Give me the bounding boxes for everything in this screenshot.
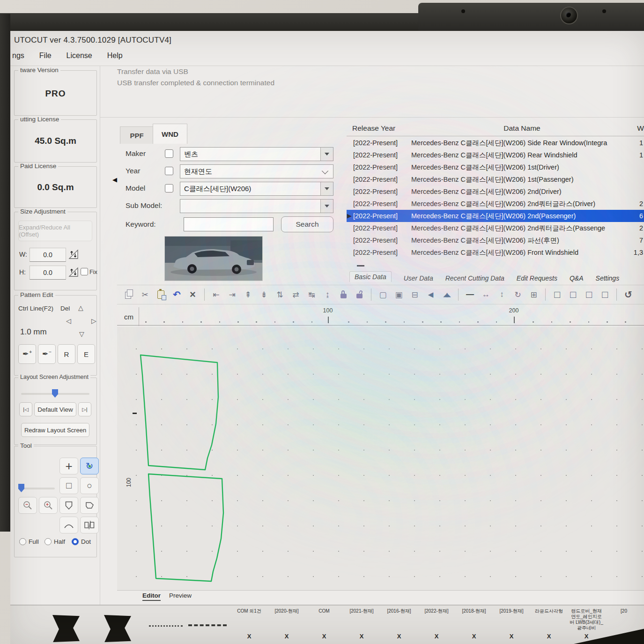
recent-item[interactable]: [2016-현재]X [380,607,418,643]
chevron-down-icon[interactable] [322,168,328,174]
recent-item[interactable]: [2019-현재]X [493,607,530,643]
ungroup-icon[interactable]: ▣ [392,288,405,302]
shield-shape-tool[interactable] [59,497,78,514]
zoom-in-tool[interactable] [39,497,58,514]
align-right-icon[interactable]: ⇥ [226,288,238,302]
properties-icon[interactable]: ⊞ [527,288,540,302]
radio-half[interactable]: Half [44,538,65,545]
field-dropdown-2[interactable]: C클래스[세단](W206) [180,182,333,196]
recent-item[interactable]: COMX [305,607,343,643]
dropdown-arrow-button[interactable] [320,182,333,195]
pattern-thumbnail-1[interactable] [52,615,80,642]
fix-checkbox[interactable] [81,268,88,275]
field-checkbox[interactable] [165,184,173,192]
pattern-thumbnail-dotted[interactable] [149,625,183,627]
rect-style-1-icon[interactable]: □ [551,288,563,302]
tab-wnd[interactable]: WND [153,124,187,144]
group-icon[interactable]: ▢ [377,288,389,302]
delete-icon[interactable]: × [186,288,199,302]
redraw-layout-button[interactable]: Redraw Layout Screen [21,423,89,437]
data-tab-basic-data[interactable]: Basic Data [349,271,392,282]
window-film-shape[interactable] [148,474,223,581]
unlock-icon[interactable] [353,288,366,302]
recent-item[interactable]: 랜드로버_현재 연도_레인지로 버 LWB(3세대)_ 광주네비X [568,607,605,643]
close-x-button[interactable]: X [547,633,551,640]
align-top-icon[interactable]: ⇞ [242,288,254,302]
ctrl-line-label[interactable]: Ctrl Line(F2) [18,305,53,312]
table-row[interactable]: [2022-Present]Mercedes-Benz C클래스[세단](W20… [347,185,644,198]
crosshair-tool[interactable]: + [59,458,78,474]
field-checkbox[interactable] [165,149,173,158]
order-icon[interactable]: ⊟ [408,288,421,302]
center-horizontal-icon[interactable]: ⇄ [289,288,302,302]
reset-view-icon[interactable]: ↺ [622,288,635,302]
table-row[interactable]: [2022-Present]Mercedes-Benz C클래스[세단](W20… [347,222,644,234]
add-point-button[interactable]: ✒+ [18,344,36,364]
arrow-left-button[interactable]: ◁ [66,317,71,325]
recent-item[interactable]: [2020-현재]X [268,607,305,643]
radio-dot[interactable]: Dot [72,538,91,545]
cut-icon[interactable]: ✂ [139,288,151,302]
radio-full[interactable]: Full [19,538,39,545]
table-row[interactable]: [2022-Present]Mercedes-Benz C클래스[세단](W20… [347,234,644,246]
menu-item-license[interactable]: License [67,52,92,60]
field-dropdown-0[interactable]: 벤츠 [180,147,333,161]
data-tab-edit-requests[interactable]: Edit Requests [517,274,557,282]
fit-height-icon[interactable]: ↕ [496,288,508,302]
close-x-button[interactable]: X [585,633,589,640]
table-row[interactable]: [2022-Present]Mercedes-Benz C클래스[세단](W20… [347,149,644,161]
remove-point-button[interactable]: ✒− [38,344,56,364]
close-x-button[interactable]: X [322,633,326,640]
default-view-button[interactable]: Default View [34,402,76,416]
tab-ppf[interactable]: PPF [120,126,154,144]
canvas-tab-preview[interactable]: Preview [169,592,192,601]
table-row[interactable]: [2022-Present]Mercedes-Benz C클래스[세단](W20… [347,173,644,185]
pattern-thumbnail-dashed[interactable] [188,624,227,626]
recent-item[interactable]: [2021-현재]X [343,607,380,643]
center-vertical-icon[interactable]: ⇅ [274,288,286,302]
recent-item[interactable]: [2022-현재]X [418,607,455,643]
arrow-up-button[interactable]: △ [78,304,83,311]
tool-slider-handle[interactable] [18,484,24,492]
lock-icon[interactable] [337,288,350,302]
height-input[interactable]: 0.0 [30,266,66,280]
col-data-name[interactable]: Data Name [410,124,634,133]
data-tab-user-data[interactable]: User Data [404,274,433,282]
canvas-tab-editor[interactable]: Editor [142,592,161,601]
distribute-vertical-icon[interactable]: ↨ [321,288,334,302]
window-film-shape[interactable] [141,355,218,470]
rotate-tool[interactable]: ↻ [80,458,99,474]
table-row[interactable]: [2022-Present]Mercedes-Benz C클래스[세단](W20… [347,246,644,259]
col-width[interactable]: W [634,124,644,133]
paste-icon[interactable] [155,288,167,302]
dropdown-arrow-button[interactable] [320,200,333,213]
rect-style-4-icon[interactable]: □ [599,288,611,302]
recent-item[interactable]: [2018-현재]X [455,607,493,643]
table-row[interactable]: [2022-Present]Mercedes-Benz C클래스[세단](W20… [347,137,644,149]
circle-tool[interactable]: ○ [80,477,99,494]
table-row[interactable]: [2022-Present]Mercedes-Benz C클래스[세단](W20… [347,198,644,210]
data-tab-recent-cutting-data[interactable]: Recent Cutting Data [445,274,504,282]
close-x-button[interactable]: X [472,633,476,640]
rotate-icon[interactable]: ↻ [511,288,524,302]
first-view-button[interactable]: |◁ [19,402,32,416]
compare-shapes-tool[interactable] [80,517,99,533]
field-dropdown-3[interactable] [180,199,333,213]
last-view-button[interactable]: ▷| [78,402,91,416]
align-bottom-icon[interactable]: ⇟ [258,288,270,302]
expand-reduce-offset-button[interactable]: Expand/Reduce All (Offset) [18,221,92,241]
r-button-button[interactable]: R [58,344,75,364]
align-left-icon[interactable]: ⇤ [210,288,222,302]
arrow-down-button[interactable]: ▽ [79,330,84,338]
menu-item-help[interactable]: Help [107,52,123,60]
search-button[interactable]: Search [281,216,333,232]
width-spinner-icon[interactable] [68,249,79,262]
e-button-button[interactable]: E [77,344,95,364]
arc-tool[interactable] [59,517,78,533]
table-row[interactable]: [2022-Present]Mercedes-Benz C클래스[세단](W20… [347,161,644,173]
arrow-right-button[interactable]: ▷ [91,317,96,325]
rect-style-3-icon[interactable]: □ [583,288,595,302]
polygon-shape-tool[interactable] [80,497,99,514]
flip-horizontal-icon[interactable]: ◢◣ [440,288,453,302]
recent-item[interactable]: 라운드사각형X [530,607,568,643]
